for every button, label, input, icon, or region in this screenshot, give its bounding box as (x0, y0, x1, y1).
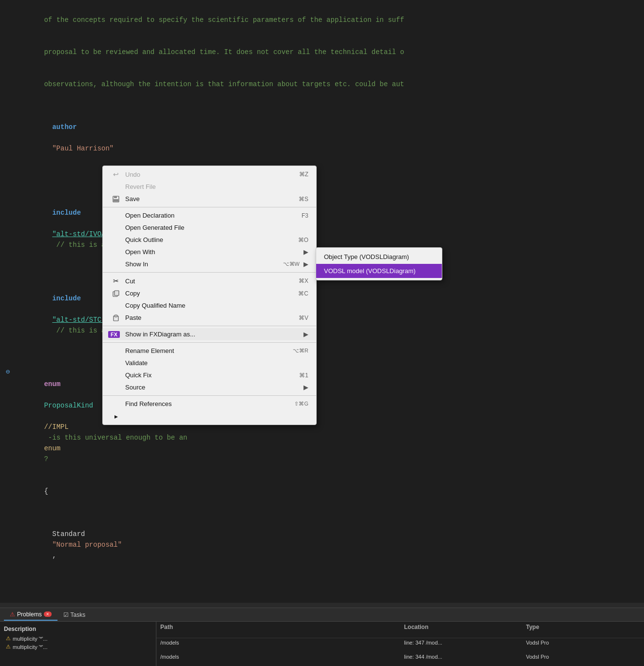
menu-item-quick-outline-shortcut: ⌘O (298, 237, 308, 243)
menu-item-validate[interactable]: Validate (103, 357, 316, 369)
menu-item-quick-outline[interactable]: Quick Outline ⌘O (103, 234, 316, 246)
menu-item-quick-outline-label: Quick Outline (125, 236, 283, 243)
menu-item-revert-label: Revert File (125, 183, 308, 190)
context-menu: ↩ Undo ⌘Z Revert File Save ⌘S Open Decla… (102, 166, 317, 425)
code-editor[interactable]: of the concepts required to specify the … (0, 0, 644, 608)
menu-item-find-refs[interactable]: Find References ⇧⌘G (103, 398, 316, 410)
submenu-item-object-type[interactable]: Object Type (VODSLDiagram) (316, 250, 442, 264)
description-header: Description (4, 626, 152, 632)
svg-rect-1 (114, 196, 117, 198)
menu-item-save[interactable]: Save ⌘S (103, 193, 316, 205)
svg-rect-2 (114, 199, 118, 202)
problem-row-2: ⚠ multiplicity '*'... (4, 643, 152, 651)
line-content-2: proposal to be reviewed and allocated ti… (16, 36, 640, 68)
menu-item-undo[interactable]: ↩ Undo ⌘Z (103, 168, 316, 181)
paste-icon (111, 314, 121, 321)
bottom-content: Description ⚠ multiplicity '*'... ⚠ mult… (0, 622, 644, 666)
code-line-11: Standard "Normal proposal" , (0, 507, 644, 582)
menu-item-show-in-label: Show In (125, 260, 267, 268)
code-line-10: { (0, 475, 644, 507)
menu-item-cut[interactable]: ✂ Cut ⌘X (103, 275, 316, 287)
menu-item-open-with[interactable]: Open With ▶ (103, 246, 316, 258)
warning-icon-2: ⚠ (6, 644, 11, 650)
menu-item-undo-shortcut: ⌘Z (299, 171, 308, 178)
menu-item-revert[interactable]: Revert File (103, 181, 316, 193)
menu-item-rename[interactable]: Rename Element ⌥⌘R (103, 345, 316, 357)
svg-rect-4 (114, 291, 119, 296)
menu-item-validate-label: Validate (125, 359, 308, 367)
menu-item-show-in[interactable]: Show In ⌥⌘W ▶ (103, 258, 316, 270)
code-line-2: proposal to be reviewed and allocated ti… (0, 36, 644, 68)
tab-tasks[interactable]: ☑ Tasks (57, 610, 92, 620)
code-line-1: of the concepts required to specify the … (0, 4, 644, 36)
line-content-1: of the concepts required to specify the … (16, 4, 640, 36)
menu-item-open-gen-label: Open Generated File (125, 224, 308, 231)
problem-location-1: line: 347 /mod... (400, 638, 522, 652)
menu-item-quick-fix[interactable]: Quick Fix ⌘1 (103, 369, 316, 381)
menu-item-open-with-label: Open With (125, 248, 300, 256)
submenu-item-vodsl-model-label: VODSL model (VODSLDiagram) (324, 267, 416, 275)
menu-item-rename-shortcut: ⌥⌘R (293, 348, 308, 354)
menu-item-source[interactable]: Source ▶ (103, 381, 316, 393)
menu-item-save-shortcut: ⌘S (299, 196, 308, 203)
menu-item-open-decl[interactable]: Open Declaration F3 (103, 209, 316, 222)
menu-sep-5 (103, 395, 316, 396)
line-content-10: { (16, 475, 640, 507)
menu-item-source-label: Source (125, 384, 300, 391)
menu-item-rename-label: Rename Element (125, 347, 277, 354)
menu-item-quick-fix-label: Quick Fix (125, 371, 284, 379)
problem-desc-1: multiplicity '*'... (13, 636, 47, 642)
menu-item-copy-shortcut: ⌘C (298, 290, 308, 297)
save-icon (111, 196, 121, 203)
code-line-3: observations, although the intention is … (0, 68, 644, 100)
problem-path-1: /models (156, 638, 400, 652)
problems-icon: ⚠ (10, 611, 15, 618)
source-arrow-icon: ▶ (303, 384, 308, 391)
tab-tasks-label: Tasks (71, 611, 86, 618)
collapse-icon-9[interactable]: ⊖ (0, 368, 16, 376)
menu-item-show-in-shortcut: ⌥⌘W (283, 261, 300, 267)
submenu-item-object-type-label: Object Type (VODSLDiagram) (324, 253, 409, 260)
menu-item-open-decl-shortcut: F3 (302, 212, 308, 219)
bottom-left-panel: Description ⚠ multiplicity '*'... ⚠ mult… (0, 622, 156, 666)
menu-item-open-gen[interactable]: Open Generated File (103, 222, 316, 234)
col-header-location: Location (400, 622, 522, 638)
code-line-8 (0, 357, 644, 368)
menu-item-find-refs-shortcut: ⇧⌘G (294, 401, 308, 407)
menu-sep-2 (103, 272, 316, 273)
warning-icon-1: ⚠ (6, 635, 11, 642)
fx-arrow-icon: ▶ (303, 331, 308, 338)
fx-icon: FX (111, 331, 121, 338)
menu-item-copy[interactable]: Copy ⌘C (103, 287, 316, 299)
menu-item-copy-qualified-label: Copy Qualified Name (125, 302, 308, 309)
menu-item-copy-qualified[interactable]: Copy Qualified Name (103, 299, 316, 312)
copy-icon (111, 290, 121, 297)
problem-location-2: line: 344 /mod... (400, 652, 522, 666)
code-line-9: ⊖ enum ProposalKind //IMPL -is this univ… (0, 368, 644, 475)
horizontal-scrollbar[interactable] (0, 603, 644, 608)
problem-type-2: Vodsl Pro (522, 652, 644, 666)
tab-problems[interactable]: ⚠ Problems × (4, 609, 57, 621)
problems-table: Path Location Type /models line: 347 /mo… (156, 622, 644, 666)
menu-item-paste-label: Paste (125, 314, 283, 321)
problems-list: ⚠ multiplicity '*'... ⚠ multiplicity '*'… (4, 634, 152, 651)
col-header-type: Type (522, 622, 644, 638)
problem-row-1: ⚠ multiplicity '*'... (4, 634, 152, 643)
menu-item-undo-label: Undo (125, 171, 284, 178)
menu-sep-3 (103, 326, 316, 326)
show-in-arrow-icon: ▶ (303, 260, 308, 268)
menu-item-cut-label: Cut (125, 278, 283, 285)
menu-item-paste[interactable]: Paste ⌘V (103, 312, 316, 324)
submenu-item-vodsl-model[interactable]: VODSL model (VODSLDiagram) (316, 264, 442, 278)
menu-item-find-refs-label: Find References (125, 400, 290, 407)
fx-submenu: Object Type (VODSLDiagram) VODSL model (… (316, 247, 442, 280)
bottom-tabs: ⚠ Problems × ☑ Tasks (0, 608, 644, 622)
line-content-4: author "Paul Harrison" (16, 100, 640, 175)
menu-item-paste-shortcut: ⌘V (299, 314, 308, 321)
problem-path-2: /models (156, 652, 400, 666)
bottom-panel: ⚠ Problems × ☑ Tasks Description ⚠ multi… (0, 608, 644, 666)
menu-item-open-decl-label: Open Declaration (125, 212, 286, 219)
more-icon: ▸ (111, 412, 121, 420)
menu-item-show-fx[interactable]: FX Show in FXDiagram as... ▶ (103, 328, 316, 340)
menu-item-more[interactable]: ▸ (103, 410, 316, 423)
